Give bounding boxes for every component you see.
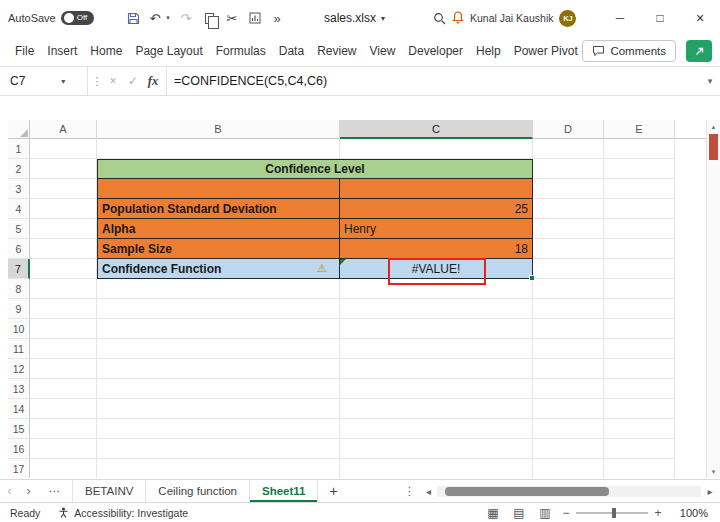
tab-scroll-divider-icon[interactable]: ⋮ [400,480,418,502]
sheet-tab-ceiling-function[interactable]: Ceiling function [146,480,250,502]
tab-home[interactable]: Home [90,44,122,58]
formula-bar-expand-icon[interactable]: ▾ [700,67,720,95]
row-header[interactable]: 10 [8,319,30,339]
search-icon[interactable] [430,0,448,36]
autosave-toggle[interactable]: Off [61,11,94,25]
row-header[interactable]: 1 [8,139,30,159]
zoom-in-icon[interactable]: + [650,506,666,520]
col-header-a[interactable]: A [30,120,97,139]
cell[interactable] [340,419,533,439]
cell[interactable] [604,319,675,339]
formula-options-icon[interactable]: ⋮ [91,75,103,88]
cell[interactable] [340,439,533,459]
cell[interactable] [97,359,340,379]
add-sheet-button[interactable]: + [318,480,348,502]
cell[interactable] [533,259,604,279]
cell[interactable] [97,179,340,199]
col-header-b[interactable]: B [97,120,340,139]
cell[interactable] [97,379,340,399]
cell[interactable] [533,399,604,419]
cut-icon[interactable]: ✂ [223,0,241,36]
scroll-down-icon[interactable]: ▾ [707,465,720,478]
cell[interactable] [604,159,675,179]
cell[interactable] [340,359,533,379]
cell[interactable] [30,339,97,359]
cell-B6[interactable]: Sample Size [97,239,340,259]
zoom-slider[interactable] [576,512,648,514]
bell-icon[interactable] [452,11,464,26]
horizontal-scrollbar[interactable]: ◂ ▸ [418,480,720,502]
zoom-level[interactable]: 100% [666,507,708,519]
row-header[interactable]: 14 [8,399,30,419]
cell[interactable] [340,319,533,339]
tab-file[interactable]: File [15,44,34,58]
chart-icon[interactable] [246,0,264,36]
row-header-selected[interactable]: 7 [8,259,30,279]
sheet-tab-betainv[interactable]: BETAINV [72,480,146,502]
cell[interactable] [30,259,97,279]
cell[interactable] [604,219,675,239]
sheet-nav-left-icon[interactable]: ‹ [0,480,19,502]
tab-insert[interactable]: Insert [47,44,77,58]
cell[interactable] [97,299,340,319]
cell[interactable] [604,199,675,219]
cell[interactable] [604,379,675,399]
row-header[interactable]: 4 [8,199,30,219]
cell[interactable] [533,279,604,299]
col-header-d[interactable]: D [533,120,604,139]
col-header-e[interactable]: E [604,120,675,139]
cell[interactable] [533,359,604,379]
row-header[interactable]: 17 [8,459,30,478]
cell[interactable] [340,279,533,299]
fill-handle[interactable] [529,275,535,281]
cell[interactable] [604,239,675,259]
cell[interactable] [30,439,97,459]
tab-view[interactable]: View [370,44,396,58]
cell[interactable] [340,399,533,419]
share-button[interactable] [686,40,712,62]
cell[interactable] [533,379,604,399]
comments-button[interactable]: Comments [582,40,676,62]
cell[interactable] [533,339,604,359]
cell[interactable] [604,459,675,478]
tab-developer[interactable]: Developer [408,44,463,58]
cell-table-title[interactable]: Confidence Level [97,159,533,179]
cell[interactable] [97,319,340,339]
row-header[interactable]: 11 [8,339,30,359]
row-header[interactable]: 2 [8,159,30,179]
sheet-nav-right-icon[interactable]: › [19,480,38,502]
row-header[interactable]: 6 [8,239,30,259]
row-header[interactable]: 15 [8,419,30,439]
cell[interactable] [97,339,340,359]
cell[interactable] [533,299,604,319]
cell[interactable] [340,179,533,199]
cell[interactable] [604,179,675,199]
cell[interactable] [97,399,340,419]
cell-C6[interactable]: 18 [340,239,533,259]
cell[interactable] [533,319,604,339]
tab-review[interactable]: Review [317,44,356,58]
cell[interactable] [533,199,604,219]
accessibility-status[interactable]: Accessibility: Investigate [58,507,188,519]
horizontal-scroll-thumb[interactable] [445,487,608,496]
cell[interactable] [604,399,675,419]
horizontal-scroll-track[interactable] [437,486,701,497]
scroll-left-icon[interactable]: ◂ [421,486,435,497]
tab-page-layout[interactable]: Page Layout [135,44,202,58]
row-header[interactable]: 16 [8,439,30,459]
cell[interactable] [533,419,604,439]
cell[interactable] [30,419,97,439]
vertical-scroll-thumb[interactable] [709,134,718,160]
row-header[interactable]: 3 [8,179,30,199]
select-all-corner[interactable] [8,120,30,139]
vertical-scrollbar[interactable]: ▴ ▾ [706,120,720,478]
row-header[interactable]: 9 [8,299,30,319]
sheet-tab-sheet11[interactable]: Sheet11 [250,480,318,502]
autosave-control[interactable]: AutoSave Off [8,0,94,36]
cell[interactable] [604,139,675,159]
undo-dropdown-icon[interactable]: ▾ [163,0,173,36]
minimize-button[interactable]: ─ [600,0,640,36]
cell-C5[interactable]: Henry [340,219,533,239]
cell[interactable] [30,299,97,319]
cell[interactable] [97,439,340,459]
